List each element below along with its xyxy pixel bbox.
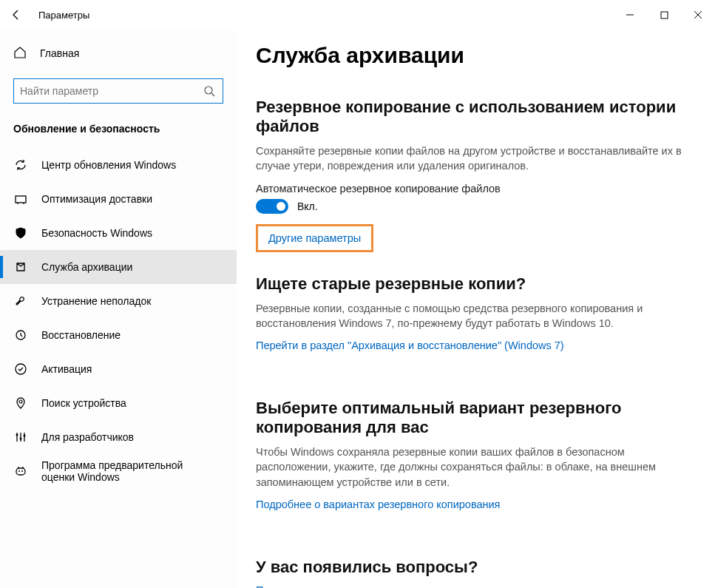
sidebar-item-developers[interactable]: Для разработчиков [0, 420, 237, 454]
backup-icon [13, 260, 28, 274]
section-body: Резервные копии, созданные с помощью сре… [256, 301, 685, 331]
sidebar-item-security[interactable]: Безопасность Windows [0, 216, 237, 250]
home-label: Главная [40, 47, 79, 59]
backup-options-link[interactable]: Подробнее о вариантах резервного копиров… [256, 499, 500, 510]
back-button[interactable] [0, 0, 33, 30]
sidebar-item-insider[interactable]: Программа предварительной оценки Windows [0, 454, 237, 488]
toggle-row: Вкл. [256, 199, 693, 214]
sidebar-item-label: Служба архивации [41, 261, 132, 273]
toggle-label: Автоматическое резервное копирование фай… [256, 183, 693, 195]
wrench-icon [13, 294, 28, 308]
svg-rect-9 [16, 468, 25, 475]
minimize-icon [626, 10, 634, 19]
svg-point-7 [20, 438, 22, 440]
section-body: Сохраняйте резервные копии файлов на дру… [256, 143, 685, 174]
svg-point-11 [21, 470, 23, 472]
sidebar-item-label: Поиск устройства [41, 397, 126, 409]
svg-point-4 [16, 364, 26, 374]
search-icon [202, 84, 217, 98]
window-controls [613, 0, 715, 30]
svg-point-5 [19, 400, 22, 403]
titlebar: Параметры [0, 0, 715, 30]
sidebar-item-label: Активация [41, 363, 92, 375]
sidebar-item-label: Восстановление [41, 329, 121, 341]
sidebar-item-label: Безопасность Windows [41, 227, 152, 239]
auto-backup-toggle[interactable] [256, 199, 288, 214]
sidebar-item-label: Оптимизация доставки [41, 193, 152, 205]
shield-icon [13, 226, 28, 240]
section-heading: Резервное копирование с использованием и… [256, 98, 693, 136]
insider-icon [13, 464, 28, 479]
search-input[interactable] [20, 85, 202, 97]
delivery-icon [13, 192, 28, 206]
maximize-icon [660, 11, 668, 19]
sidebar-item-activation[interactable]: Активация [0, 352, 237, 386]
main-panel: Служба архивации Резервное копирование с… [237, 30, 715, 588]
svg-point-6 [16, 434, 18, 436]
more-options-link[interactable]: Другие параметры [268, 232, 361, 244]
win7-backup-link[interactable]: Перейти в раздел "Архивация и восстановл… [256, 339, 564, 351]
section-header: Обновление и безопасность [0, 114, 237, 148]
sidebar-item-find-device[interactable]: Поиск устройства [0, 386, 237, 420]
recovery-icon [13, 328, 28, 342]
sliders-icon [13, 430, 28, 445]
check-circle-icon [13, 362, 28, 376]
minimize-button[interactable] [613, 0, 647, 30]
section-body: Чтобы Windows сохраняла резервные копии … [256, 445, 685, 490]
close-icon [694, 10, 702, 19]
sidebar-item-label: Для разработчиков [41, 431, 134, 443]
svg-point-10 [18, 470, 20, 472]
sidebar-item-label: Программа предварительной оценки Windows [41, 459, 211, 483]
sidebar-item-troubleshoot[interactable]: Устранение неполадок [0, 284, 237, 318]
sidebar: Главная Обновление и безопасность Центр … [0, 30, 237, 588]
sidebar-item-delivery-optimization[interactable]: Оптимизация доставки [0, 182, 237, 216]
sidebar-item-label: Центр обновления Windows [41, 159, 176, 171]
content: Главная Обновление и безопасность Центр … [0, 30, 715, 588]
sidebar-item-recovery[interactable]: Восстановление [0, 318, 237, 352]
highlight-box: Другие параметры [256, 224, 373, 252]
window-title: Параметры [33, 10, 613, 21]
page-title: Служба архивации [256, 43, 693, 68]
get-help-link[interactable]: Получить помощь [256, 584, 345, 588]
svg-point-8 [24, 435, 26, 437]
svg-rect-2 [16, 196, 26, 203]
search-box[interactable] [13, 78, 223, 104]
toggle-state: Вкл. [297, 200, 318, 212]
section-heading: Выберите оптимальный вариант резервного … [256, 399, 693, 437]
sidebar-item-backup[interactable]: Служба архивации [0, 250, 237, 284]
svg-rect-0 [661, 12, 668, 18]
section-heading: Ищете старые резервные копии? [256, 274, 693, 294]
home-icon [13, 46, 27, 61]
sidebar-item-windows-update[interactable]: Центр обновления Windows [0, 148, 237, 182]
svg-point-1 [205, 87, 212, 94]
section-heading: У вас появились вопросы? [256, 558, 693, 577]
arrow-left-icon [10, 9, 22, 21]
location-icon [13, 396, 28, 410]
maximize-button[interactable] [647, 0, 681, 30]
sync-icon [13, 158, 28, 172]
close-button[interactable] [681, 0, 715, 30]
sidebar-item-label: Устранение неполадок [41, 295, 151, 307]
home-button[interactable]: Главная [0, 38, 237, 68]
